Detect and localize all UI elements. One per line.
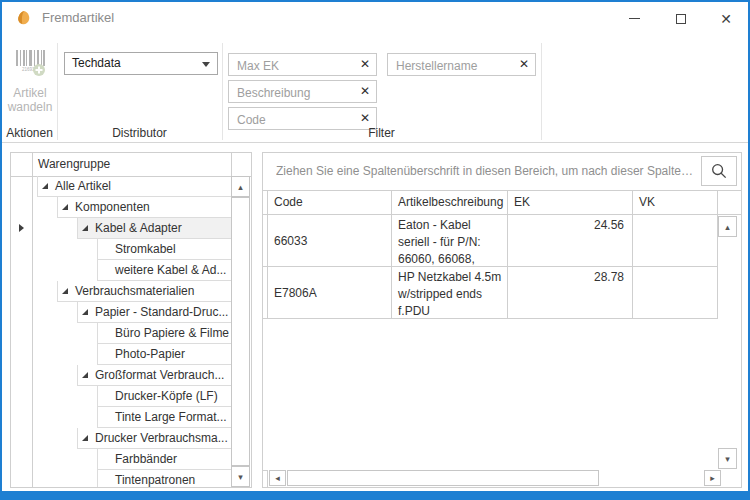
window-bottom-border <box>2 491 748 498</box>
ribbon-group-label-distributor: Distributor <box>57 126 222 140</box>
expander-icon[interactable] <box>82 309 88 315</box>
filter-max-ek-input[interactable] <box>235 55 354 76</box>
tree-node[interactable]: Photo-Papier <box>33 344 231 365</box>
column-header-artikelbeschreibung[interactable]: Artikelbeschreibung <box>392 191 508 215</box>
clear-icon[interactable]: ✕ <box>360 111 370 126</box>
column-header-filler <box>718 191 741 215</box>
tree-node[interactable]: Tinte Large Format... <box>33 407 231 428</box>
scroll-down-button[interactable]: ▾ <box>231 466 250 487</box>
scrollbar-thumb[interactable] <box>231 197 250 466</box>
tree-node-label: Drucker-Köpfe (LF) <box>115 389 218 403</box>
filter-beschreibung-input[interactable] <box>235 82 354 103</box>
scroll-up-icon: ▴ <box>238 182 243 192</box>
expander-icon[interactable] <box>82 372 88 378</box>
app-shell-icon <box>16 10 32 26</box>
tree-node-label: Büro Papiere & Filme <box>115 326 229 340</box>
minimize-icon <box>629 18 640 19</box>
tree-node[interactable]: Farbbänder <box>33 449 231 470</box>
group-by-panel[interactable]: Ziehen Sie eine Spaltenüberschrift in di… <box>263 153 741 191</box>
tree-node-label: Alle Artikel <box>55 179 111 193</box>
tree-column-header[interactable]: Warengruppe <box>33 153 231 176</box>
column-header-code[interactable]: Code <box>268 191 392 215</box>
tree-scrollbar-header-cell <box>231 153 251 176</box>
search-icon <box>711 163 728 180</box>
close-button[interactable]: ✕ <box>709 2 743 35</box>
title-bar: Fremdartikel ✕ <box>2 2 748 35</box>
grid-scroll-down-button[interactable]: ▾ <box>718 448 737 469</box>
article-grid-panel: Ziehen Sie eine Spaltenüberschrift in di… <box>262 152 742 488</box>
clear-icon[interactable]: ✕ <box>360 57 370 72</box>
ribbon: 216912 Artikel wandeln Aktionen Techdata… <box>2 35 748 143</box>
tree-node-label: Verbrauchsmaterialien <box>75 284 194 298</box>
tree-node-label: Drucker Verbrauchsma... <box>95 431 228 445</box>
expander-icon[interactable] <box>82 435 88 441</box>
cell-ek: 24.56 <box>508 215 633 267</box>
filter-max-ek-field: ✕ <box>228 53 377 76</box>
cell-description: Eaton - Kabel seriell - für P/N: 66060, … <box>392 215 508 267</box>
scroll-left-icon: ◂ <box>275 473 280 483</box>
grid-column-headers: Code Artikelbeschreibung EK VK <box>263 191 741 215</box>
tree-node-label: weitere Kabel & Ad... <box>115 263 226 277</box>
cell-ek: 28.78 <box>508 267 633 319</box>
maximize-button[interactable] <box>664 2 698 35</box>
tree-node[interactable]: weitere Kabel & Ad... <box>33 260 231 281</box>
tree-node-label: Großformat Verbrauch... <box>95 368 224 382</box>
grid-search-button[interactable] <box>701 156 737 186</box>
tree-node[interactable]: Drucker-Köpfe (LF) <box>33 386 231 407</box>
distributor-combobox[interactable]: Techdata <box>64 52 218 75</box>
tree-vertical-scrollbar[interactable]: ▴ ▾ <box>231 176 251 487</box>
tree-node-label: Kabel & Adapter <box>95 221 182 235</box>
ribbon-group-label-aktionen: Aktionen <box>2 126 57 140</box>
scroll-down-icon: ▾ <box>725 454 730 464</box>
group-by-hint: Ziehen Sie eine Spaltenüberschrift in di… <box>276 153 695 189</box>
grid-row[interactable]: E7806A HP Netzkabel 4.5m w/stripped ends… <box>263 267 741 319</box>
tree-node[interactable]: Verbrauchsmaterialien <box>33 281 231 302</box>
column-header-ek[interactable]: EK <box>508 191 633 215</box>
scroll-up-button[interactable]: ▴ <box>231 176 250 197</box>
scroll-down-icon: ▾ <box>238 472 243 482</box>
tree-node[interactable]: Stromkabel <box>33 239 231 260</box>
tree-node[interactable]: Drucker Verbrauchsma... <box>33 428 231 449</box>
grid-row[interactable]: 66033 Eaton - Kabel seriell - für P/N: 6… <box>263 215 741 267</box>
ribbon-group-separator <box>541 43 542 140</box>
grid-horizontal-scrollbar[interactable]: ◂ ▸ <box>263 470 741 487</box>
minimize-button[interactable] <box>617 2 651 35</box>
scrollbar-thumb[interactable] <box>287 470 599 486</box>
warengruppe-tree-panel: Warengruppe Alle Artikel Komponenten Kab… <box>10 152 252 488</box>
grid-scroll-up-button[interactable]: ▴ <box>718 216 737 237</box>
expander-icon[interactable] <box>62 204 68 210</box>
close-icon: ✕ <box>720 12 732 26</box>
expander-icon[interactable] <box>42 183 48 189</box>
cell-code: 66033 <box>268 215 392 267</box>
scroll-left-button[interactable]: ◂ <box>269 470 286 486</box>
tree-node[interactable]: Großformat Verbrauch... <box>33 365 231 386</box>
distributor-combobox-value: Techdata <box>72 53 121 74</box>
tree-node[interactable]: Büro Papiere & Filme <box>33 323 231 344</box>
expander-icon[interactable] <box>82 225 88 231</box>
chevron-down-icon[interactable] <box>202 62 210 67</box>
filter-herstellername-field: ✕ <box>387 53 536 76</box>
tree-node-label: Stromkabel <box>115 242 176 256</box>
clear-icon[interactable]: ✕ <box>519 57 529 72</box>
tree-node[interactable]: Tintenpatronen <box>33 470 231 487</box>
artikel-wandeln-label-line2: wandeln <box>6 100 54 114</box>
tree-node[interactable]: Papier - Standard-Druc... <box>33 302 231 323</box>
cell-vk <box>633 267 718 319</box>
tree-node-label: Tinte Large Format... <box>115 410 227 424</box>
clear-icon[interactable]: ✕ <box>360 84 370 99</box>
artikel-wandeln-button[interactable]: 216912 Artikel wandeln <box>6 49 54 114</box>
tree-rows: Alle Artikel Komponenten Kabel & Adapter… <box>33 176 231 487</box>
tree-node-label: Farbbänder <box>115 452 177 466</box>
filter-herstellername-input[interactable] <box>394 55 513 76</box>
tree-node-label: Papier - Standard-Druc... <box>95 305 228 319</box>
tree-node[interactable]: Alle Artikel <box>33 176 231 197</box>
scroll-right-button[interactable]: ▸ <box>704 470 721 486</box>
expander-icon[interactable] <box>62 288 68 294</box>
maximize-icon <box>676 14 686 24</box>
tree-node[interactable]: Kabel & Adapter <box>33 218 231 239</box>
filter-beschreibung-field: ✕ <box>228 80 377 103</box>
tree-node-label: Tintenpatronen <box>115 473 195 487</box>
column-header-vk[interactable]: VK <box>633 191 718 215</box>
tree-node[interactable]: Komponenten <box>33 197 231 218</box>
cell-code: E7806A <box>268 267 392 319</box>
